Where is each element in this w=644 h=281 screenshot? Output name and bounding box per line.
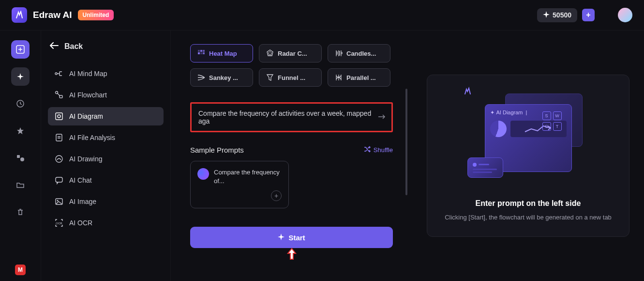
svg-rect-15 [198, 50, 200, 52]
svg-rect-20 [203, 52, 205, 54]
sankey-icon [197, 74, 205, 81]
preview-title: Enter prompt on the left side [476, 199, 581, 208]
nav-label: AI File Analysis [69, 134, 115, 141]
svg-rect-17 [203, 50, 205, 52]
nav-ai-diagram[interactable]: AI Diagram [48, 107, 164, 125]
credits-value: 50500 [553, 11, 571, 19]
back-label: Back [64, 42, 83, 51]
brand-title: Edraw AI [33, 10, 72, 20]
arrow-right-icon [378, 113, 386, 121]
swot-cell: S [542, 111, 551, 120]
preview-illustration: ✦ AI Diagram | S W O T [465, 90, 591, 187]
ai-sparkle-button[interactable] [11, 67, 30, 86]
add-credits-button[interactable]: + [582, 9, 595, 21]
user-avatar[interactable] [618, 8, 632, 22]
shapes-icon[interactable] [11, 149, 30, 167]
svg-rect-11 [56, 177, 62, 182]
nav-ai-chat[interactable]: AI Chat [48, 171, 164, 189]
svg-point-23 [473, 163, 477, 167]
chip-candlestick[interactable]: Candles... [328, 44, 390, 62]
nav-label: AI Drawing [69, 155, 102, 163]
chip-label: Candles... [346, 50, 376, 57]
drawing-icon [55, 155, 63, 163]
svg-rect-9 [56, 134, 62, 141]
nav-ai-ocr[interactable]: OCR AI OCR [48, 214, 164, 232]
start-label: Start [288, 234, 305, 242]
nav-ai-file-analysis[interactable]: AI File Analysis [48, 128, 164, 147]
svg-marker-22 [269, 51, 271, 55]
svg-rect-18 [198, 52, 200, 54]
svg-rect-7 [56, 113, 62, 120]
trash-icon[interactable] [11, 203, 30, 221]
svg-rect-2 [17, 155, 20, 158]
chip-heat-map[interactable]: Heat Map [190, 44, 253, 62]
prompt-text: Compare the frequency of activities over… [198, 109, 371, 125]
svg-point-10 [56, 156, 62, 162]
chip-label: Heat Map [209, 50, 237, 57]
svg-rect-26 [473, 172, 492, 173]
swot-cell: W [553, 111, 562, 120]
sparkle-icon [543, 11, 550, 19]
chip-label: Radar C... [278, 50, 307, 57]
preview-panel: ✦ AI Diagram | S W O T [427, 75, 629, 237]
sample-text: Compare the frequency of... [214, 168, 282, 186]
chip-funnel[interactable]: Funnel ... [259, 68, 322, 87]
arrow-up-indicator-icon [286, 248, 297, 262]
new-button[interactable] [11, 40, 30, 59]
plan-badge: Unlimited [78, 10, 114, 20]
file-icon [55, 133, 63, 142]
prompt-input[interactable]: Compare the frequency of activities over… [190, 102, 393, 132]
svg-rect-24 [479, 164, 489, 165]
back-button[interactable]: Back [48, 40, 164, 53]
illustration-label: AI Diagram [496, 109, 523, 115]
svg-point-8 [58, 115, 60, 118]
star-icon[interactable] [11, 122, 30, 140]
add-sample-button[interactable]: + [271, 190, 282, 201]
nav-label: AI Chat [69, 176, 92, 184]
shuffle-label: Shuffle [374, 146, 393, 154]
clock-icon[interactable] [11, 94, 30, 113]
start-button[interactable]: Start [190, 227, 393, 248]
shuffle-button[interactable]: Shuffle [364, 146, 393, 154]
sample-prompt-card[interactable]: Compare the frequency of... + [190, 161, 289, 208]
preview-description: Clicking [Start], the flowchart will be … [445, 213, 612, 222]
flowchart-icon [55, 91, 63, 99]
heatmap-icon [197, 49, 205, 57]
parallel-icon [335, 74, 343, 81]
scrollbar[interactable] [405, 89, 407, 195]
radar-icon [266, 49, 274, 57]
chip-label: Sankey ... [209, 74, 238, 81]
nav-ai-drawing[interactable]: AI Drawing [48, 150, 164, 168]
shuffle-icon [364, 146, 371, 154]
chip-label: Parallel ... [346, 74, 376, 81]
chat-icon [55, 176, 63, 185]
svg-rect-19 [200, 52, 202, 54]
chip-sankey[interactable]: Sankey ... [190, 68, 253, 87]
nav-ai-flowchart[interactable]: AI Flowchart [48, 86, 164, 104]
svg-point-13 [57, 200, 59, 202]
diagram-icon [55, 112, 63, 121]
svg-rect-25 [473, 169, 497, 170]
app-logo [12, 7, 27, 23]
swot-cell: T [553, 122, 562, 131]
folder-icon[interactable] [11, 176, 30, 194]
svg-text:OCR: OCR [56, 222, 62, 225]
nav-label: AI Diagram [69, 112, 103, 120]
sparkle-icon [278, 234, 285, 242]
sample-prompts-title: Sample Prompts [190, 146, 244, 154]
svg-point-4 [55, 73, 57, 75]
chip-radar-chart[interactable]: Radar C... [259, 44, 322, 62]
nav-label: AI OCR [69, 219, 92, 227]
arrow-left-icon [50, 42, 59, 51]
nav-ai-mind-map[interactable]: AI Mind Map [48, 64, 164, 83]
svg-point-3 [20, 157, 24, 161]
chip-label: Funnel ... [278, 74, 305, 81]
chip-parallel[interactable]: Parallel ... [328, 68, 390, 87]
svg-rect-16 [200, 50, 202, 52]
notification-badge[interactable]: M [15, 265, 26, 275]
sample-bubble-icon [197, 168, 209, 180]
credits-display[interactable]: 50500 [537, 8, 577, 22]
mindmap-icon [55, 69, 63, 78]
nav-ai-image[interactable]: AI Image [48, 192, 164, 211]
nav-label: AI Flowchart [69, 91, 107, 99]
